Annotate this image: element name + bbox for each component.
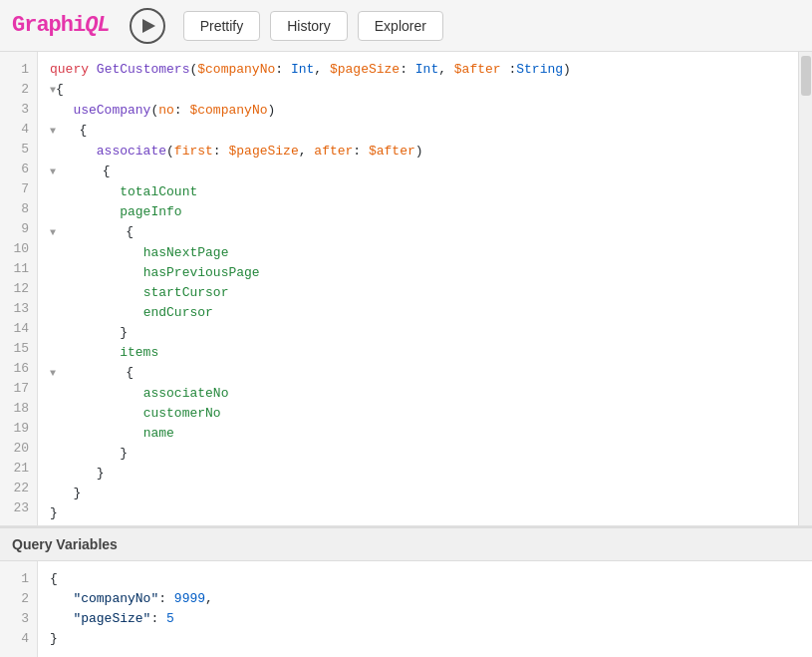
query-variables-body: 1234 { "companyNo": 9999, "pageSize": 5 … bbox=[0, 561, 812, 657]
logo: GraphiQL bbox=[12, 13, 110, 38]
line-numbers: 12345 678910 1112131415 1617181920 21222… bbox=[0, 52, 38, 525]
header: GraphiQL Prettify History Explorer bbox=[0, 0, 812, 52]
scrollbar-thumb bbox=[801, 56, 811, 96]
editor-area: 12345 678910 1112131415 1617181920 21222… bbox=[0, 52, 812, 657]
query-variables-header: Query Variables bbox=[0, 528, 812, 561]
code-editor[interactable]: 12345 678910 1112131415 1617181920 21222… bbox=[0, 52, 812, 526]
play-button[interactable] bbox=[130, 8, 165, 44]
explorer-button[interactable]: Explorer bbox=[358, 11, 443, 41]
scrollbar[interactable] bbox=[798, 52, 812, 525]
prettify-button[interactable]: Prettify bbox=[183, 11, 261, 41]
code-content[interactable]: query GetCustomers($companyNo: Int, $pag… bbox=[38, 52, 798, 525]
query-vars-code[interactable]: { "companyNo": 9999, "pageSize": 5 } bbox=[38, 561, 812, 657]
query-variables-section: Query Variables 1234 { "companyNo": 9999… bbox=[0, 526, 812, 657]
history-button[interactable]: History bbox=[270, 11, 348, 41]
query-vars-line-numbers: 1234 bbox=[0, 561, 38, 657]
